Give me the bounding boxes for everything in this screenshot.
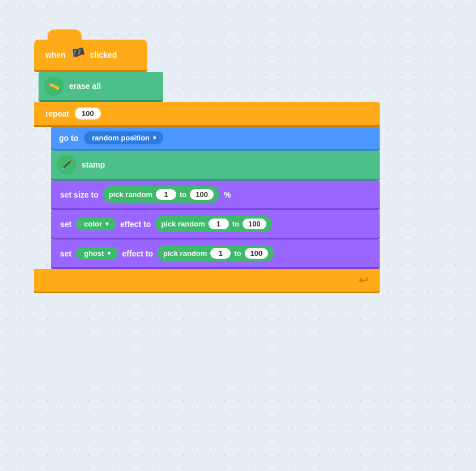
- repeat-footer: ↩: [34, 269, 380, 292]
- ghost-to-label: to: [234, 249, 241, 258]
- color-effect-label: effect to: [120, 220, 151, 229]
- erase-all-block[interactable]: ✏️ erase all: [39, 72, 163, 100]
- blocks-container: when 🏴 clicked ✏️ erase all repeat 100 g…: [34, 40, 380, 292]
- ghost-from[interactable]: 1: [210, 248, 231, 259]
- pick-random-size[interactable]: pick random 1 to 100: [103, 186, 219, 203]
- goto-dropdown-arrow: ▼: [152, 135, 158, 141]
- stamp-label: stamp: [82, 160, 105, 169]
- clicked-label: clicked: [90, 50, 117, 59]
- repeat-label: repeat: [45, 109, 69, 118]
- goto-dropdown[interactable]: random position ▼: [84, 131, 163, 144]
- pick-random-ghost[interactable]: pick random 1 to 100: [158, 245, 274, 262]
- set-ghost-set-label: set: [60, 249, 71, 258]
- ghost-dropdown-label: ghost: [84, 249, 104, 258]
- ghost-to[interactable]: 100: [245, 248, 269, 259]
- ghost-effect-label: effect to: [122, 249, 153, 258]
- color-to[interactable]: 100: [243, 219, 266, 229]
- set-size-label: set size to: [60, 190, 99, 199]
- pencil-icon: ✏️: [46, 79, 61, 93]
- goto-block[interactable]: go to random position ▼: [51, 127, 380, 149]
- color-from[interactable]: 1: [209, 219, 229, 229]
- color-to-label: to: [232, 220, 239, 228]
- flag-icon: 🏴: [70, 48, 86, 62]
- repeat-header[interactable]: repeat 100: [34, 102, 380, 125]
- color-dropdown-label: color: [84, 220, 102, 228]
- loop-arrow: ↩: [359, 273, 368, 287]
- ghost-dropdown-arrow: ▼: [107, 250, 112, 256]
- pencil-icon-circle: ✏️: [44, 76, 63, 96]
- size-to-label: to: [180, 190, 186, 199]
- pick-random-ghost-label: pick random: [163, 249, 207, 258]
- color-dropdown-arrow: ▼: [104, 221, 110, 227]
- goto-dropdown-label: random position: [92, 134, 150, 142]
- hat-block[interactable]: when 🏴 clicked: [34, 40, 147, 70]
- set-color-set-label: set: [60, 220, 71, 229]
- set-ghost-block[interactable]: set ghost ▼ effect to pick random 1 to 1…: [51, 239, 380, 267]
- pick-random-color-label: pick random: [161, 220, 205, 228]
- stamp-block[interactable]: 🖋️ stamp: [51, 151, 380, 179]
- repeat-block: repeat 100 go to random position ▼ 🖋️ st…: [34, 102, 380, 292]
- size-to[interactable]: 100: [190, 189, 214, 200]
- percent-label: %: [224, 190, 231, 199]
- stamp-icon: 🖋️: [61, 160, 72, 170]
- erase-all-label: erase all: [69, 82, 101, 91]
- color-dropdown[interactable]: color ▼: [76, 217, 116, 230]
- set-size-block[interactable]: set size to pick random 1 to 100 %: [51, 181, 380, 208]
- ghost-dropdown[interactable]: ghost ▼: [76, 247, 117, 260]
- pick-random-size-label: pick random: [109, 190, 152, 199]
- goto-label: go to: [59, 134, 78, 143]
- when-label: when: [45, 50, 66, 59]
- pick-random-color[interactable]: pick random 1 to 100: [155, 216, 271, 232]
- set-color-block[interactable]: set color ▼ effect to pick random 1 to 1…: [51, 210, 380, 238]
- stamp-icon-circle: 🖋️: [57, 155, 76, 174]
- size-from[interactable]: 1: [156, 189, 176, 200]
- repeat-count[interactable]: 100: [75, 108, 101, 119]
- repeat-body: go to random position ▼ 🖋️ stamp set siz…: [51, 125, 380, 269]
